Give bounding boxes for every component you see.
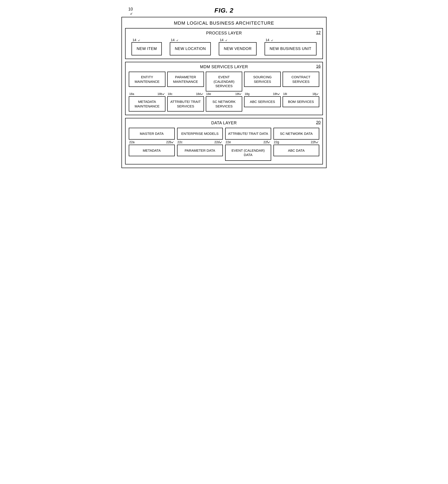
figure-ref-arrow: ↙ xyxy=(130,12,133,15)
ref-18i: 18i xyxy=(283,92,287,96)
parameter-data-box: PARAMETER DATA xyxy=(177,145,223,156)
event-calendar-data-box: EVENT (CALENDAR) DATA xyxy=(225,145,271,161)
attribute-trait-services-box: ATTRIBUTE/ TRAIT SERVICES xyxy=(167,96,204,112)
event-calendar-data-wrap: EVENT (CALENDAR) DATA xyxy=(225,145,271,161)
services-bottom-row: METADATA MAINTENANCE ATTRIBUTE/ TRAIT SE… xyxy=(129,96,319,112)
ref-18a: 18a xyxy=(129,92,134,96)
attribute-trait-data-box: ATTRIBUTE/ TRAIT DATA xyxy=(225,128,271,139)
ref-18gh: 18g 18h↙ xyxy=(244,92,281,96)
ref-22cd: 22c 22d↙ xyxy=(177,140,223,144)
metadata-wrap: METADATA xyxy=(129,145,175,161)
services-layer-label: 16 xyxy=(316,64,321,69)
ref-14-new-vendor: 14↙ xyxy=(220,38,227,42)
attribute-trait-services-wrap: ATTRIBUTE/ TRAIT SERVICES xyxy=(167,96,204,112)
ref-22c: 22c xyxy=(177,140,183,144)
ref-18d: 18d↙ xyxy=(196,92,203,96)
ref-22gh: 22g 22h↙ xyxy=(273,140,320,144)
entity-maintenance-box: ENTITY MAINTENANCE xyxy=(129,72,165,87)
parameter-maintenance-box: PARAMETER MAINTENANCE xyxy=(167,72,204,87)
new-vendor-box: NEW VENDOR xyxy=(219,42,256,55)
sc-network-data-box: SC NETWORK DATA xyxy=(273,128,320,139)
ref-22a: 22a xyxy=(129,140,135,144)
parameter-maintenance-wrap: PARAMETER MAINTENANCE xyxy=(167,72,204,91)
abc-data-wrap: ABC DATA xyxy=(273,145,320,161)
parameter-data-wrap: PARAMETER DATA xyxy=(177,145,223,161)
services-layer-title: MDM SERVICES LAYER xyxy=(129,65,319,69)
figure-title: FIG. 2 xyxy=(121,7,327,14)
enterprise-models-box: ENTERPRISE MODELS xyxy=(177,128,223,139)
new-location-box: NEW LOCATION xyxy=(170,42,211,55)
ref-18ab: 18a 18b↙ xyxy=(129,92,165,96)
ref-22ef: 22e 22f↙ xyxy=(225,140,271,144)
ref-22e: 22e xyxy=(226,140,231,144)
services-refs-row: 18a 18b↙ 18c 18d↙ 18e 18f↙ 18g 18h↙ 18i xyxy=(129,92,319,96)
figure-reference: 10 ↙ xyxy=(128,7,133,15)
data-bottom-row: METADATA PARAMETER DATA EVENT (CALENDAR)… xyxy=(129,145,319,161)
data-layer: DATA LAYER 20 MASTER DATA ENTERPRISE MOD… xyxy=(125,118,323,164)
abc-data-box: ABC DATA xyxy=(273,145,320,156)
bom-services-box: BOM SERVICES xyxy=(283,96,319,107)
metadata-maintenance-wrap: METADATA MAINTENANCE xyxy=(129,96,165,112)
enterprise-models-wrap: ENTERPRISE MODELS xyxy=(177,128,223,139)
services-layer: MDM SERVICES LAYER 16 ENTITY MAINTENANCE… xyxy=(125,62,323,115)
ref-22h: 22h↙ xyxy=(311,140,319,144)
outer-title: MDM LOGICAL BUSINESS ARCHITECTURE xyxy=(125,21,323,26)
ref-14-new-location: 14↙ xyxy=(171,38,178,42)
abc-services-box: ABC SERVICES xyxy=(244,96,281,107)
ref-18h: 18h↙ xyxy=(273,92,280,96)
process-layer-title: PROCESS LAYER xyxy=(129,31,319,36)
metadata-box: METADATA xyxy=(129,145,175,156)
data-layer-label: 20 xyxy=(316,120,321,125)
event-calendar-services-box: EVENT (CALENDAR) SERVICES xyxy=(206,72,242,91)
ref-14-new-item: 14↙ xyxy=(132,38,140,42)
outer-box: MDM LOGICAL BUSINESS ARCHITECTURE PROCES… xyxy=(121,17,327,168)
ref-18e: 18e xyxy=(206,92,211,96)
services-top-row: ENTITY MAINTENANCE PARAMETER MAINTENANCE… xyxy=(129,72,319,91)
attribute-trait-data-wrap: ATTRIBUTE/ TRAIT DATA xyxy=(225,128,271,139)
master-data-wrap: MASTER DATA xyxy=(129,128,175,139)
ref-18f: 18f↙ xyxy=(235,92,242,96)
contract-services-wrap: CONTRACT SERVICES xyxy=(283,72,319,91)
ref-22b: 22b↙ xyxy=(166,140,174,144)
new-item-box: NEW ITEM xyxy=(131,42,162,55)
contract-services-box: CONTRACT SERVICES xyxy=(283,72,319,87)
ref-14-new-business-unit: 14↙ xyxy=(265,38,273,42)
data-layer-title: DATA LAYER xyxy=(129,121,319,125)
abc-services-wrap: ABC SERVICES xyxy=(244,96,281,112)
data-refs-row: 22a 22b↙ 22c 22d↙ 22e 22f↙ 22g 22h↙ xyxy=(129,140,319,144)
data-top-row: MASTER DATA ENTERPRISE MODELS ATTRIBUTE/… xyxy=(129,128,319,139)
event-calendar-services-wrap: EVENT (CALENDAR) SERVICES xyxy=(206,72,242,91)
process-layer: PROCESS LAYER 12 14↙ NEW ITEM 14↙ NEW LO… xyxy=(125,28,323,59)
bom-services-wrap: BOM SERVICES xyxy=(283,96,319,112)
process-items-container: 14↙ NEW ITEM 14↙ NEW LOCATION 14↙ NEW VE… xyxy=(129,38,319,55)
ref-18ij: 18i 18j↙ xyxy=(283,92,319,96)
ref-18j: 18j↙ xyxy=(312,92,319,96)
sourcing-services-wrap: SOURCING SERVICES xyxy=(244,72,281,91)
metadata-maintenance-box: METADATA MAINTENANCE xyxy=(129,96,165,112)
ref-18cd: 18c 18d↙ xyxy=(167,92,204,96)
ref-22d: 22d↙ xyxy=(215,140,222,144)
sourcing-services-box: SOURCING SERVICES xyxy=(244,72,281,87)
new-business-unit-box: NEW BUSINESS UNIT xyxy=(264,42,316,55)
process-item-new-business-unit: 14↙ NEW BUSINESS UNIT xyxy=(264,38,316,55)
entity-maintenance-wrap: ENTITY MAINTENANCE xyxy=(129,72,165,91)
ref-22f: 22f↙ xyxy=(264,140,271,144)
figure-ref-number: 10 xyxy=(128,7,133,11)
sc-network-data-wrap: SC NETWORK DATA xyxy=(273,128,320,139)
process-item-new-item: 14↙ NEW ITEM xyxy=(131,38,162,55)
process-layer-label: 12 xyxy=(316,30,321,35)
master-data-box: MASTER DATA xyxy=(129,128,175,139)
sc-network-services-wrap: SC NETWORK SERVICES xyxy=(206,96,242,112)
process-item-new-location: 14↙ NEW LOCATION xyxy=(170,38,211,55)
sc-network-services-box: SC NETWORK SERVICES xyxy=(206,96,242,112)
ref-22ab: 22a 22b↙ xyxy=(129,140,175,144)
ref-18c: 18c xyxy=(168,92,173,96)
ref-18b: 18b↙ xyxy=(158,92,165,96)
ref-18ef: 18e 18f↙ xyxy=(206,92,242,96)
process-item-new-vendor: 14↙ NEW VENDOR xyxy=(219,38,256,55)
ref-22g: 22g xyxy=(274,140,279,144)
ref-18g: 18g xyxy=(245,92,249,96)
